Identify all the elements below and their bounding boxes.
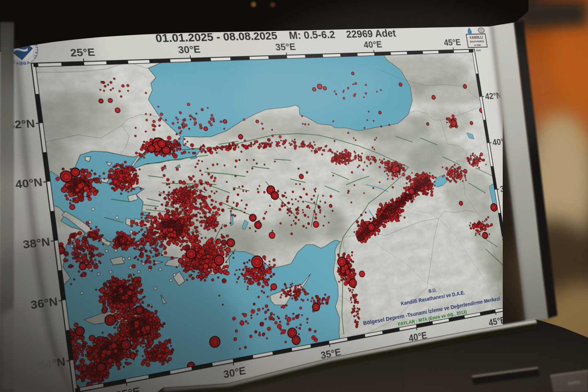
- lon-label-top: 35°E: [275, 42, 296, 53]
- lat-label-left: 40°N: [15, 176, 43, 191]
- lon-label-top: 30°E: [178, 44, 201, 56]
- photo-of-laptop-screen: B.Ü.Kandilli Rasathanesi ve D.A.E.Bölges…: [0, 0, 588, 392]
- lon-label-top: 25°E: [69, 46, 96, 59]
- lat-label-left: 42°N: [7, 117, 36, 131]
- laptop-screen: B.Ü.Kandilli Rasathanesi ve D.A.E.Bölges…: [0, 0, 588, 392]
- svg-text:1863: 1863: [19, 61, 26, 65]
- lon-label-top: 40°E: [363, 39, 383, 50]
- seismicity-map: B.Ü.Kandilli Rasathanesi ve D.A.E.Bölges…: [0, 0, 588, 392]
- lon-label-top: 45°E: [443, 38, 462, 48]
